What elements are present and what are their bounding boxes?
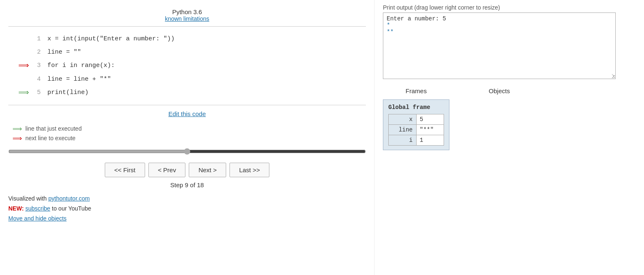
move-objects-link[interactable]: Move and hide objects: [8, 215, 67, 222]
move-link: Move and hide objects: [8, 215, 366, 222]
arrow-line-2: ⟶: [17, 45, 29, 59]
output-line-2: *: [387, 22, 612, 29]
visualized-prefix: Visualized with: [8, 195, 48, 202]
edit-code-link[interactable]: Edit this code: [168, 110, 206, 117]
python-version-title: Python 3.6: [8, 8, 366, 15]
legend-red-label: next line to execute: [25, 135, 76, 141]
frame-row-x: x 5: [389, 114, 444, 125]
legend-green: ⟹ line that just executed: [12, 125, 366, 133]
line-code-2: line = "": [47, 47, 81, 58]
bottom-code-divider: [8, 105, 366, 105]
code-line-1: ⟶ 1 x = int(input("Enter a number: ")): [17, 32, 366, 45]
line-code-5: print(line): [47, 87, 89, 98]
step-info: Step 9 of 18: [8, 181, 366, 188]
last-button[interactable]: Last >>: [229, 163, 269, 177]
navigation-buttons: << First < Prev Next > Last >>: [8, 163, 366, 177]
print-output-box: Enter a number: 5 * ** ↘: [383, 12, 616, 79]
line-num-1: 1: [31, 33, 41, 45]
global-frame: Global frame x 5 line "**" i 1: [383, 99, 449, 150]
new-text: NEW: subscribe to our YouTube: [8, 205, 366, 212]
legend-red: ⟹ next line to execute: [12, 134, 366, 142]
legend-green-arrow: ⟹: [12, 125, 22, 133]
first-button[interactable]: << First: [105, 163, 145, 177]
frames-objects-section: Frames Global frame x 5 line "**" i: [383, 87, 636, 150]
frame-row-line: line "**": [389, 125, 444, 135]
frame-var-name-x: x: [389, 114, 417, 125]
line-code-3: for i in range(x):: [47, 60, 115, 71]
code-line-3: ⟹ 3 for i in range(x):: [17, 59, 366, 72]
frame-var-name-line: line: [389, 125, 417, 135]
frame-var-value-i: 1: [416, 135, 444, 146]
resize-hint: ↘: [612, 72, 614, 78]
line-code-1: x = int(input("Enter a number: ")): [47, 33, 175, 45]
top-divider: [8, 26, 366, 27]
subscribe-link[interactable]: subscribe: [25, 205, 50, 212]
line-num-4: 4: [31, 74, 41, 85]
next-button[interactable]: Next >: [189, 163, 226, 177]
arrow-line-3-red: ⟹: [17, 59, 29, 72]
code-area: ⟶ 1 x = int(input("Enter a number: ")) ⟶…: [8, 30, 366, 102]
frame-var-name-i: i: [389, 135, 417, 146]
arrow-line-4: ⟶: [17, 72, 29, 86]
arrow-line-5-green: ⟹: [17, 86, 29, 99]
line-num-5: 5: [31, 87, 41, 98]
objects-header: Objects: [474, 87, 524, 94]
objects-column: Objects: [474, 87, 524, 150]
legend: ⟹ line that just executed ⟹ next line to…: [12, 125, 366, 142]
known-limitations-link[interactable]: known limitations: [165, 15, 210, 22]
new-label: NEW:: [8, 205, 25, 212]
line-num-3: 3: [31, 60, 41, 71]
frame-var-value-line: "**": [416, 125, 444, 135]
output-line-3: **: [387, 29, 612, 35]
frame-var-value-x: 5: [416, 114, 444, 125]
code-line-2: ⟶ 2 line = "": [17, 45, 366, 59]
frames-header: Frames: [383, 87, 449, 94]
legend-green-label: line that just executed: [25, 125, 81, 132]
frame-row-i: i 1: [389, 135, 444, 146]
legend-red-arrow: ⟹: [12, 134, 22, 142]
visualized-text: Visualized with pythontutor.com: [8, 195, 366, 202]
line-code-4: line = line + "*": [47, 74, 111, 85]
global-frame-title: Global frame: [388, 104, 444, 111]
line-num-2: 2: [31, 47, 41, 58]
prev-button[interactable]: < Prev: [148, 163, 186, 177]
output-line-1: Enter a number: 5: [387, 15, 612, 22]
slider-container[interactable]: [8, 148, 366, 156]
python-header: Python 3.6 known limitations: [8, 8, 366, 22]
edit-link-container: Edit this code: [8, 110, 366, 117]
frame-table: x 5 line "**" i 1: [388, 114, 444, 146]
arrow-line-1: ⟶: [17, 32, 29, 45]
step-slider[interactable]: [8, 148, 366, 155]
code-line-4: ⟶ 4 line = line + "*": [17, 72, 366, 86]
print-output-label: Print output (drag lower right corner to…: [383, 4, 636, 11]
pythontutor-link[interactable]: pythontutor.com: [48, 195, 90, 202]
new-suffix: to our YouTube: [50, 205, 91, 212]
frames-column: Frames Global frame x 5 line "**" i: [383, 87, 449, 150]
code-line-5: ⟹ 5 print(line): [17, 86, 366, 99]
